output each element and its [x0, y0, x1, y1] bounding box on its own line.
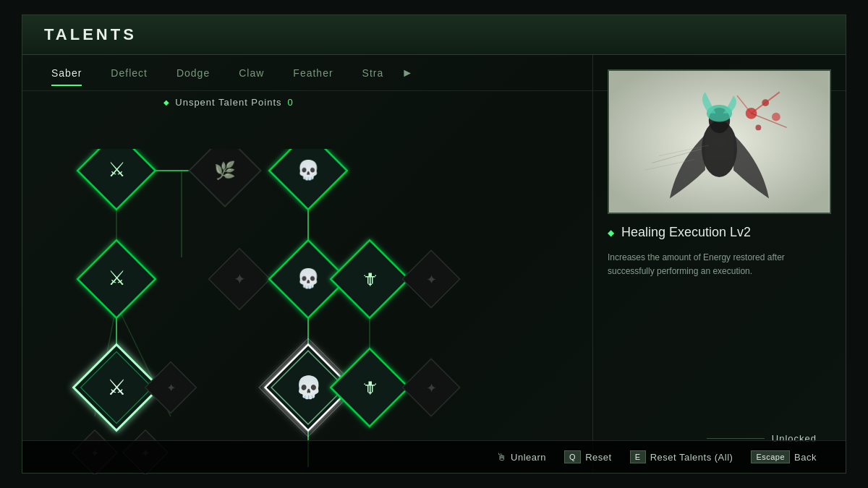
- svg-text:🗡: 🗡: [361, 378, 378, 397]
- talent-node-10: ✦: [145, 362, 197, 414]
- svg-text:✦: ✦: [426, 273, 437, 287]
- talent-node-3: 💀: [269, 149, 346, 210]
- action-bar: 🖱 Unlearn Q Reset E Reset Talents (All) …: [22, 440, 846, 473]
- svg-text:✦: ✦: [426, 381, 437, 395]
- q-key: Q: [564, 450, 581, 463]
- svg-text:⚔: ⚔: [107, 375, 127, 399]
- unlearn-button[interactable]: 🖱 Unlearn: [496, 451, 547, 463]
- main-content: ⚔ 🌿 💀 ⚔: [22, 55, 846, 473]
- svg-text:💀: 💀: [297, 158, 320, 181]
- main-frame: TALENTS Saber Deflect Dodge Claw Feather…: [22, 14, 846, 474]
- mouse-icon: 🖱: [496, 451, 507, 463]
- skill-preview-image: [608, 69, 831, 214]
- talent-node-8: ✦: [402, 250, 459, 307]
- talent-node-4: ⚔: [77, 240, 155, 317]
- svg-text:⚔: ⚔: [108, 267, 126, 289]
- reset-label: Reset: [585, 452, 611, 463]
- svg-text:🌿: 🌿: [214, 160, 236, 181]
- back-button[interactable]: Escape Back: [751, 450, 817, 463]
- svg-text:⚔: ⚔: [108, 158, 126, 181]
- talent-node-1: ⚔: [77, 149, 155, 210]
- title-bar: TALENTS: [22, 15, 846, 55]
- page-title: TALENTS: [44, 25, 137, 44]
- talent-node-13: ✦: [402, 359, 459, 416]
- talent-tree-panel: ⚔ 🌿 💀 ⚔: [22, 55, 592, 473]
- skill-description: Increases the amount of Energy restored …: [608, 251, 831, 278]
- e-key: E: [630, 450, 646, 463]
- skill-info-panel: ◆ Healing Execution Lv2 Increases the am…: [592, 55, 846, 473]
- skill-name-diamond-icon: ◆: [608, 228, 614, 238]
- svg-point-57: [772, 113, 780, 121]
- skill-name-text: Healing Execution Lv2: [621, 225, 751, 240]
- svg-point-58: [755, 124, 761, 130]
- unlearn-label: Unlearn: [511, 452, 546, 463]
- back-label: Back: [794, 452, 817, 463]
- escape-key: Escape: [751, 450, 790, 463]
- svg-text:🗡: 🗡: [361, 270, 378, 288]
- reset-all-label: Reset Talents (All): [650, 452, 733, 463]
- talent-node-5: ✦: [209, 249, 271, 310]
- svg-text:✦: ✦: [166, 382, 176, 394]
- reset-button[interactable]: Q Reset: [564, 450, 612, 463]
- svg-text:✦: ✦: [234, 271, 246, 287]
- svg-text:💀: 💀: [297, 267, 320, 290]
- talent-node-12: 🗡: [331, 348, 408, 426]
- talent-node-2: 🌿: [190, 149, 261, 206]
- svg-text:💀: 💀: [295, 374, 323, 401]
- skill-name: ◆ Healing Execution Lv2: [608, 225, 831, 240]
- reset-all-button[interactable]: E Reset Talents (All): [630, 450, 733, 463]
- talent-node-7: 🗡: [331, 240, 408, 317]
- talent-tree-svg: ⚔ 🌿 💀 ⚔: [37, 149, 485, 474]
